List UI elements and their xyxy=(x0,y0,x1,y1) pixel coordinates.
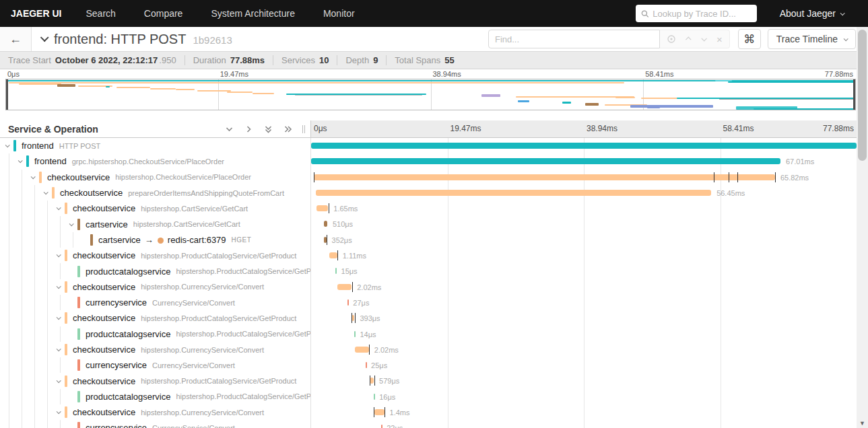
span-tree-item[interactable]: checkoutserviceprepareOrderItemsAndShipp… xyxy=(0,185,311,201)
indent-guide xyxy=(38,326,51,342)
span-timeline-cell: 2.02ms xyxy=(311,342,857,357)
collapse-header-chevron-icon[interactable] xyxy=(40,33,49,42)
tree-collapse-chevron-icon[interactable] xyxy=(65,223,76,226)
span-duration-bar[interactable] xyxy=(335,268,337,274)
span-duration-bar[interactable] xyxy=(381,425,382,428)
span-duration-bar[interactable] xyxy=(374,394,375,400)
span-duration-bar[interactable] xyxy=(355,347,369,353)
find-prev-icon[interactable] xyxy=(686,36,691,42)
span-timeline-cell: 579μs xyxy=(311,373,857,388)
span-duration-bar[interactable] xyxy=(354,331,356,337)
operation-name: hipstershop.ProductCatalogService/GetPro… xyxy=(141,377,296,385)
span-tree-item[interactable]: currencyserviceCurrencyService/Convert xyxy=(0,357,311,373)
tree-collapse-chevron-icon[interactable] xyxy=(1,144,12,147)
find-input[interactable] xyxy=(495,34,653,44)
minimap-segment xyxy=(715,80,732,81)
keyboard-shortcuts-button[interactable]: ⌘ xyxy=(738,29,761,49)
back-button[interactable]: ← xyxy=(0,27,32,51)
indent-guide xyxy=(13,357,26,373)
tree-collapse-chevron-icon[interactable] xyxy=(14,159,25,163)
span-tree-item[interactable]: currencyserviceCurrencyService/Convert xyxy=(0,295,311,310)
tree-collapse-chevron-icon[interactable] xyxy=(27,176,38,179)
span-duration-bar[interactable] xyxy=(347,299,349,306)
close-icon[interactable]: × xyxy=(716,34,723,44)
scrollbar-down-arrow[interactable]: ▼ xyxy=(857,420,868,427)
span-tree-item[interactable]: checkoutservicehipstershop.ProductCatalo… xyxy=(0,310,311,326)
trace-lookup-input[interactable] xyxy=(653,9,751,19)
tree-collapse-chevron-icon[interactable] xyxy=(53,254,63,257)
service-color-bar xyxy=(77,266,80,277)
operation-name: CurrencyService/Convert xyxy=(152,361,235,369)
span-tree-item[interactable]: checkoutservicehipstershop.CurrencyServi… xyxy=(0,404,311,420)
span-row: frontendHTTP POST xyxy=(0,138,868,153)
span-tree-item[interactable]: checkoutservicehipstershop.ProductCatalo… xyxy=(0,248,311,263)
find-box[interactable] xyxy=(488,30,660,48)
indent-guide xyxy=(51,420,64,428)
service-color-bar xyxy=(65,376,67,387)
span-tree-item[interactable]: frontendgrpc.hipstershop.CheckoutService… xyxy=(0,153,311,169)
nav-item-system-architecture[interactable]: System Architecture xyxy=(211,8,295,19)
tree-collapse-chevron-icon[interactable] xyxy=(53,316,63,320)
tree-collapse-chevron-icon[interactable] xyxy=(53,411,63,414)
span-duration-bar[interactable] xyxy=(370,378,374,384)
indent-guide xyxy=(26,263,38,279)
span-tree-item[interactable]: productcatalogservicehipstershop.Product… xyxy=(0,389,311,404)
about-jaeger-menu[interactable]: About Jaeger xyxy=(780,8,844,19)
span-tree-item[interactable]: checkoutservicehipstershop.CheckoutServi… xyxy=(0,170,311,185)
service-color-bar xyxy=(26,155,29,167)
tree-collapse-chevron-icon[interactable] xyxy=(53,348,63,351)
span-tree-item[interactable]: productcatalogservicehipstershop.Product… xyxy=(0,326,311,342)
tree-collapse-chevron-icon[interactable] xyxy=(53,380,63,383)
span-tree-item[interactable]: productcatalogservicehipstershop.Product… xyxy=(0,263,311,279)
tree-collapse-chevron-icon[interactable] xyxy=(53,285,63,289)
target-icon[interactable] xyxy=(667,34,676,44)
span-tree-item[interactable]: checkoutservicehipstershop.CartService/G… xyxy=(0,201,311,216)
span-tree-item[interactable]: checkoutservicehipstershop.ProductCatalo… xyxy=(0,373,311,388)
collapse-all-icon[interactable] xyxy=(263,124,273,134)
span-duration-bar[interactable] xyxy=(366,362,367,368)
span-duration-bar[interactable] xyxy=(314,174,774,180)
operation-name: prepareOrderItemsAndShippingQuoteFromCar… xyxy=(128,189,284,197)
span-duration-bar[interactable] xyxy=(324,237,327,243)
span-duration-bar[interactable] xyxy=(324,221,327,227)
span-duration-bar[interactable] xyxy=(337,284,352,290)
vertical-scrollbar[interactable]: ▼ xyxy=(857,27,868,428)
span-marker-tick xyxy=(714,172,714,182)
span-duration-bar[interactable] xyxy=(311,158,780,164)
column-resize-grip[interactable] xyxy=(302,125,305,133)
span-duration-bar[interactable] xyxy=(329,252,337,258)
span-duration-label: 25μs xyxy=(371,361,387,369)
expand-all-icon[interactable] xyxy=(283,124,293,134)
span-tree-item[interactable]: currencyserviceCurrencyService/Convert xyxy=(0,420,311,428)
collapse-one-icon[interactable] xyxy=(224,124,234,134)
span-tree-item[interactable]: frontendHTTP POST xyxy=(0,138,311,153)
minimap-grid-line xyxy=(431,79,432,110)
minimap-right-handle[interactable] xyxy=(853,79,855,110)
span-tree-item[interactable]: checkoutservicehipstershop.CurrencyServi… xyxy=(0,342,311,357)
span-tree-item[interactable]: cartservicehipstershop.CartService/GetCa… xyxy=(0,216,311,231)
minimap-segment xyxy=(728,81,855,83)
span-tree-item[interactable]: checkoutservicehipstershop.CurrencyServi… xyxy=(0,279,311,295)
trace-lookup-box[interactable] xyxy=(636,5,757,22)
indent-guide xyxy=(26,295,38,310)
service-color-bar xyxy=(77,359,80,371)
span-duration-bar[interactable] xyxy=(311,143,857,149)
span-duration-bar[interactable] xyxy=(316,205,328,211)
tree-collapse-chevron-icon[interactable] xyxy=(53,207,63,210)
expand-one-icon[interactable] xyxy=(244,124,254,134)
nav-item-search[interactable]: Search xyxy=(86,8,115,19)
span-tree-item[interactable]: cartservice→redis-cart:6379HGET xyxy=(0,232,311,248)
nav-item-compare[interactable]: Compare xyxy=(144,8,183,19)
span-duration-bar[interactable] xyxy=(316,190,711,196)
span-duration-bar[interactable] xyxy=(374,409,385,415)
trace-view-selector[interactable]: Trace Timeline xyxy=(768,29,856,49)
timeline-minimap[interactable] xyxy=(5,79,856,110)
indent-guide xyxy=(13,263,26,279)
app-brand[interactable]: JAEGER UI xyxy=(11,8,61,19)
operation-name: CurrencyService/Convert xyxy=(152,424,235,428)
minimap-left-handle[interactable] xyxy=(6,79,8,110)
find-next-icon[interactable] xyxy=(701,36,706,41)
nav-item-monitor[interactable]: Monitor xyxy=(323,8,355,19)
scrollbar-thumb[interactable] xyxy=(858,30,867,161)
tree-collapse-chevron-icon[interactable] xyxy=(40,191,51,194)
